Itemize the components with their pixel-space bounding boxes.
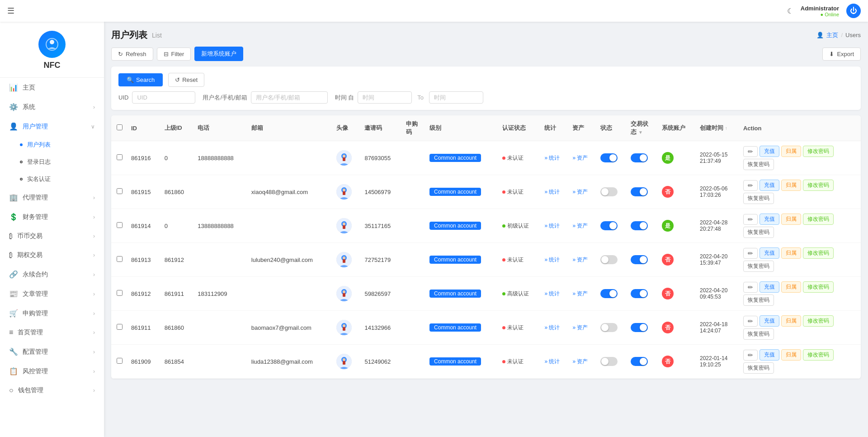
sidebar-item-purchase[interactable]: 🛒 申购管理 ›: [0, 304, 104, 323]
sidebar-item-config[interactable]: 🔧 配置管理 ›: [0, 342, 104, 361]
recharge-button[interactable]: 充值: [760, 281, 779, 293]
sidebar-item-real-auth[interactable]: 实名认证: [0, 171, 104, 188]
change-pwd-button[interactable]: 修改密码: [803, 247, 834, 259]
assign-button[interactable]: 归属: [781, 349, 801, 361]
trade-state-toggle[interactable]: [631, 323, 648, 332]
sidebar-item-homepage[interactable]: ≡ 首页管理 ›: [0, 323, 104, 342]
reset-button[interactable]: ↺ Reset: [168, 73, 204, 87]
refresh-button[interactable]: ↻ Refresh: [111, 48, 153, 61]
assign-button[interactable]: 归属: [781, 180, 801, 191]
asset-link[interactable]: » 资产: [572, 256, 588, 263]
row-checkbox[interactable]: [117, 256, 123, 262]
sidebar-item-finance[interactable]: 💲 财务管理 ›: [0, 207, 104, 227]
row-checkbox[interactable]: [117, 324, 123, 330]
recover-pwd-button[interactable]: 恢复密码: [743, 227, 774, 238]
recharge-button[interactable]: 充值: [760, 247, 779, 259]
stat-link[interactable]: » 统计: [544, 256, 560, 263]
asset-link[interactable]: » 资产: [572, 324, 588, 331]
state-toggle[interactable]: [600, 221, 618, 230]
time-from-input[interactable]: [358, 91, 412, 104]
sidebar-item-risk[interactable]: 📋 风控管理 ›: [0, 361, 104, 381]
recover-pwd-button[interactable]: 恢复密码: [743, 294, 774, 306]
change-pwd-button[interactable]: 修改密码: [803, 315, 834, 327]
power-button[interactable]: ⏻: [846, 4, 861, 18]
trade-state-toggle[interactable]: [631, 221, 648, 230]
asset-link[interactable]: » 资产: [572, 290, 588, 297]
sidebar-item-user-list[interactable]: 用户列表: [0, 136, 104, 153]
assign-button[interactable]: 归属: [781, 247, 801, 259]
asset-link[interactable]: » 资产: [572, 189, 588, 195]
change-pwd-button[interactable]: 修改密码: [803, 281, 834, 293]
assign-button[interactable]: 归属: [781, 214, 801, 225]
sidebar-item-user-mgmt[interactable]: 👤 用户管理 ∨: [0, 117, 104, 136]
edit-button[interactable]: ✏: [743, 350, 758, 361]
row-checkbox[interactable]: [117, 358, 123, 364]
state-toggle[interactable]: [600, 153, 618, 162]
sidebar-item-agent-mgmt[interactable]: 🏢 代理管理 ›: [0, 188, 104, 207]
breadcrumb-home-link[interactable]: 主页: [826, 31, 838, 39]
edit-button[interactable]: ✏: [743, 282, 758, 293]
sidebar-item-login-log[interactable]: 登录日志: [0, 153, 104, 171]
sidebar-item-perp-contract[interactable]: 🔗 永续合约 ›: [0, 265, 104, 284]
recover-pwd-button[interactable]: 恢复密码: [743, 328, 774, 340]
recover-pwd-button[interactable]: 恢复密码: [743, 159, 774, 170]
trade-state-toggle[interactable]: [631, 153, 648, 162]
change-pwd-button[interactable]: 修改密码: [803, 349, 834, 361]
row-checkbox[interactable]: [117, 154, 123, 160]
menu-icon[interactable]: ☰: [7, 6, 14, 16]
stat-link[interactable]: » 统计: [544, 223, 560, 229]
sidebar-item-options-trade[interactable]: ₿ 期权交易 ›: [0, 246, 104, 265]
state-toggle[interactable]: [600, 255, 618, 264]
trade-state-toggle[interactable]: [631, 289, 648, 298]
time-to-input[interactable]: [429, 91, 483, 104]
stat-link[interactable]: » 统计: [544, 290, 560, 297]
row-checkbox[interactable]: [117, 222, 123, 228]
trade-state-toggle[interactable]: [631, 187, 648, 196]
new-account-button[interactable]: 新增系统账户: [194, 47, 243, 61]
trade-state-toggle[interactable]: [631, 357, 648, 366]
edit-button[interactable]: ✏: [743, 214, 758, 225]
edit-button[interactable]: ✏: [743, 146, 758, 157]
sidebar-item-wallet[interactable]: ○ 钱包管理 ›: [0, 381, 104, 400]
edit-button[interactable]: ✏: [743, 316, 758, 327]
state-toggle[interactable]: [600, 187, 618, 196]
stat-link[interactable]: » 统计: [544, 189, 560, 195]
recharge-button[interactable]: 充值: [760, 146, 779, 157]
edit-button[interactable]: ✏: [743, 248, 758, 259]
sidebar-item-home[interactable]: 📊 主页: [0, 78, 104, 97]
change-pwd-button[interactable]: 修改密码: [803, 214, 834, 225]
sidebar-item-coin-trade[interactable]: ₿ 币币交易 ›: [0, 227, 104, 246]
row-checkbox[interactable]: [117, 188, 123, 194]
assign-button[interactable]: 归属: [781, 146, 801, 157]
edit-button[interactable]: ✏: [743, 180, 758, 191]
uid-input[interactable]: [132, 91, 195, 104]
sidebar-item-system[interactable]: ⚙️ 系统 ›: [0, 97, 104, 117]
recover-pwd-button[interactable]: 恢复密码: [743, 261, 774, 272]
state-toggle[interactable]: [600, 357, 618, 366]
change-pwd-button[interactable]: 修改密码: [803, 146, 834, 157]
change-pwd-button[interactable]: 修改密码: [803, 180, 834, 191]
recover-pwd-button[interactable]: 恢复密码: [743, 362, 774, 374]
asset-link[interactable]: » 资产: [572, 223, 588, 229]
assign-button[interactable]: 归属: [781, 315, 801, 327]
username-input[interactable]: [251, 91, 328, 104]
moon-icon[interactable]: ☾: [787, 7, 793, 15]
recover-pwd-button[interactable]: 恢复密码: [743, 193, 774, 204]
asset-link[interactable]: » 资产: [572, 358, 588, 365]
stat-link[interactable]: » 统计: [544, 155, 560, 161]
recharge-button[interactable]: 充值: [760, 180, 779, 191]
trade-state-toggle[interactable]: [631, 255, 648, 264]
search-button[interactable]: 🔍 Search: [118, 73, 163, 86]
state-toggle[interactable]: [600, 289, 618, 298]
sidebar-item-article[interactable]: 📰 文章管理 ›: [0, 284, 104, 304]
select-all-checkbox[interactable]: [117, 124, 123, 130]
recharge-button[interactable]: 充值: [760, 214, 779, 225]
assign-button[interactable]: 归属: [781, 281, 801, 293]
state-toggle[interactable]: [600, 323, 618, 332]
recharge-button[interactable]: 充值: [760, 349, 779, 361]
asset-link[interactable]: » 资产: [572, 155, 588, 161]
export-button[interactable]: ⬇ Export: [822, 48, 861, 61]
stat-link[interactable]: » 统计: [544, 324, 560, 331]
recharge-button[interactable]: 充值: [760, 315, 779, 327]
stat-link[interactable]: » 统计: [544, 358, 560, 365]
